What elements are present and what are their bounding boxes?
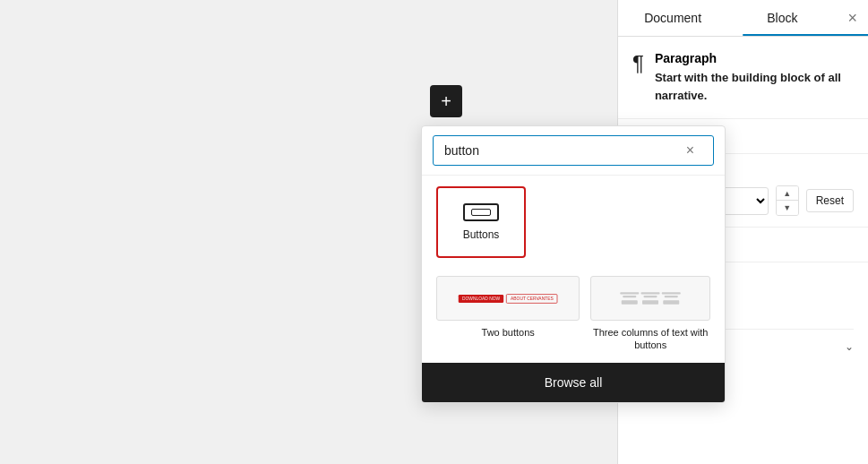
search-clear-button[interactable]: × (686, 142, 694, 159)
paragraph-description: Start with the building block of all nar… (655, 69, 854, 104)
three-columns-pattern[interactable]: Three columns of text with buttons (590, 276, 710, 352)
two-buttons-preview-content: DOWNLOAD NOW ABOUT CERVANTES (459, 294, 558, 304)
three-columns-label: Three columns of text with buttons (590, 326, 710, 352)
browse-all-button[interactable]: Browse all (422, 363, 725, 402)
paragraph-header: ¶ Paragraph Start with the building bloc… (632, 51, 854, 104)
preview-col-3 (662, 292, 681, 305)
paragraph-desc-end: narrative. (655, 89, 708, 102)
preview-small-btn-3 (663, 300, 679, 305)
search-bar-inner: button × (433, 135, 714, 166)
two-buttons-preview: DOWNLOAD NOW ABOUT CERVANTES (436, 276, 580, 321)
paragraph-desc-start: Start with the (655, 71, 732, 84)
add-block-button[interactable]: + (430, 85, 462, 117)
reset-button[interactable]: Reset (806, 189, 854, 212)
buttons-block-label: Buttons (463, 228, 500, 241)
two-buttons-pattern[interactable]: DOWNLOAD NOW ABOUT CERVANTES Two buttons (436, 276, 580, 352)
plus-icon: + (441, 91, 451, 112)
tab-block[interactable]: Block (727, 0, 837, 36)
stepper: ▲ ▼ (776, 185, 799, 216)
buttons-block-icon (463, 203, 499, 221)
paragraph-title: Paragraph (655, 51, 854, 65)
preview-small-btn (622, 300, 638, 305)
paragraph-icon: ¶ (632, 53, 644, 74)
preview-line-short-3 (665, 296, 678, 297)
patterns-section: DOWNLOAD NOW ABOUT CERVANTES Two buttons (422, 269, 725, 363)
search-input[interactable]: button (433, 135, 714, 166)
three-cols-preview-content (620, 292, 681, 305)
editor-area: + button × Buttons (0, 0, 617, 464)
preview-line-2 (641, 292, 660, 294)
preview-line-3 (662, 292, 681, 294)
close-sidebar-button[interactable]: × (838, 0, 869, 36)
preview-col-1 (620, 292, 639, 305)
preview-col-2 (641, 292, 660, 305)
search-bar: button × (422, 126, 725, 176)
preview-download-btn: DOWNLOAD NOW (459, 294, 504, 302)
preview-about-btn: ABOUT CERVANTES (506, 294, 557, 304)
clear-icon: × (686, 142, 694, 159)
chevron-down-icon-2: ⌄ (845, 340, 854, 353)
stepper-down-button[interactable]: ▼ (777, 201, 798, 215)
three-columns-preview (590, 276, 710, 321)
block-items-section: Buttons (422, 176, 725, 269)
paragraph-desc-bold: building block of all (732, 71, 841, 84)
block-inserter-popup: button × Buttons DOWNLOAD NOW (421, 125, 726, 403)
buttons-block-item[interactable]: Buttons (436, 186, 526, 258)
preview-line-short (623, 296, 636, 297)
preview-line (620, 292, 639, 294)
sidebar-tabs: Document Block × (618, 0, 868, 37)
paragraph-info: Paragraph Start with the building block … (655, 51, 854, 104)
tab-document[interactable]: Document (618, 0, 727, 36)
preview-small-btn-2 (642, 300, 658, 305)
button-icon-inner (471, 209, 491, 216)
stepper-up-button[interactable]: ▲ (777, 186, 798, 201)
two-buttons-label: Two buttons (436, 326, 580, 339)
preview-line-short-2 (644, 296, 657, 297)
